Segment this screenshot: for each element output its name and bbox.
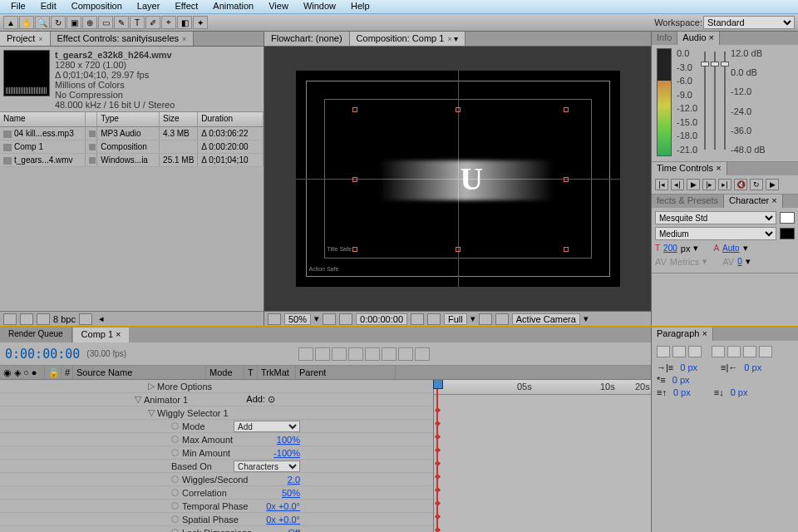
info-tab[interactable]: Info (652, 32, 677, 45)
time-controls-tab[interactable]: Time Controls × (652, 162, 727, 175)
first-frame-icon[interactable]: |◂ (655, 179, 668, 190)
tl-tool-1[interactable] (298, 347, 313, 361)
audio-slider-l[interactable] (704, 52, 706, 150)
close-icon[interactable]: × (182, 35, 186, 43)
comp-icon[interactable] (37, 313, 50, 325)
font-weight-select[interactable]: Medium (655, 227, 776, 240)
loop-icon[interactable]: ↻ (750, 179, 763, 190)
tl-tool-8[interactable] (415, 347, 430, 361)
timeline-property-row[interactable]: Lock DimensionsOff (0, 526, 433, 532)
puppet-tool[interactable]: ✦ (193, 16, 208, 29)
timeline-property-row[interactable]: Min Amount-100% (0, 446, 433, 460)
audio-slider-m[interactable] (724, 52, 726, 150)
justify-left-icon[interactable] (712, 346, 725, 357)
mask-icon[interactable] (339, 313, 352, 325)
channel-icon[interactable] (427, 313, 441, 325)
trash-icon[interactable] (79, 313, 92, 325)
text-layer[interactable]: U (461, 160, 483, 197)
last-frame-icon[interactable]: ▸| (718, 179, 732, 190)
tl-tool-6[interactable] (382, 347, 397, 361)
project-item[interactable]: t_gears...4.wmvWindows...ia25.1 MBΔ 0;01… (0, 154, 264, 167)
font-size-value[interactable]: 200 (663, 244, 677, 253)
indent-right[interactable]: 0 px (744, 362, 761, 372)
kerning-value[interactable]: Metrics (670, 257, 699, 267)
timeline-property-row[interactable]: Based OnCharacters (0, 460, 433, 473)
space-before[interactable]: 0 px (673, 387, 691, 397)
character-tab[interactable]: Character × (724, 195, 783, 208)
timeline-property-row[interactable]: ModeAdd (0, 420, 433, 433)
zoom-tool[interactable]: 🔍 (35, 16, 50, 29)
brush-tool[interactable]: ✐ (145, 16, 160, 29)
align-right-icon[interactable] (688, 346, 702, 357)
justify-center-icon[interactable] (727, 346, 741, 357)
menu-effect[interactable]: Effect (167, 0, 205, 13)
prev-frame-icon[interactable]: ◂| (671, 179, 684, 190)
tl-tool-5[interactable] (365, 347, 380, 361)
camera-tool[interactable]: ▣ (66, 16, 81, 29)
ram-preview-icon[interactable]: ▶ (766, 179, 779, 190)
audio-tab[interactable]: Audio × (677, 32, 720, 45)
timeline-property-row[interactable]: Temporal Phase0x +0.0° (0, 500, 433, 513)
interpret-icon[interactable] (3, 313, 17, 325)
time-ruler[interactable]: 05s 10s 20s (434, 380, 651, 395)
align-center-icon[interactable] (672, 346, 686, 357)
mute-icon[interactable]: 🔇 (734, 179, 747, 190)
font-family-select[interactable]: Mesquite Std (655, 211, 776, 224)
pen-tool[interactable]: ✎ (114, 16, 129, 29)
indent-left[interactable]: 0 px (680, 362, 697, 372)
justify-all-icon[interactable] (759, 346, 772, 357)
timeline-property-row[interactable]: ▽Wiggly Selector 1 (0, 406, 433, 420)
rotate-tool[interactable]: ↻ (51, 16, 66, 29)
clone-tool[interactable]: ⌖ (161, 16, 176, 29)
menu-view[interactable]: View (261, 0, 296, 13)
workspace-select[interactable]: Standard (703, 16, 795, 29)
effect-controls-tab[interactable]: Effect Controls: sanityisuseles× (51, 32, 195, 46)
menu-file[interactable]: File (3, 0, 33, 13)
timeline-property-row[interactable]: Spatial Phase0x +0.0° (0, 513, 433, 526)
snapshot-icon[interactable] (411, 313, 424, 325)
audio-slider-r[interactable] (714, 52, 716, 150)
menu-animation[interactable]: Animation (205, 0, 261, 13)
timeline-property-row[interactable]: Correlation50% (0, 486, 433, 500)
flowchart-tab[interactable]: Flowchart: (none) (264, 32, 350, 46)
tl-tool-3[interactable] (332, 347, 347, 361)
next-frame-icon[interactable]: |▸ (702, 179, 716, 190)
timeline-property-row[interactable]: ▷More Options (0, 380, 433, 393)
play-icon[interactable]: ▶ (687, 179, 700, 190)
shape-tool[interactable]: ▭ (98, 16, 113, 29)
transparency-icon[interactable] (495, 313, 509, 325)
anchor-tool[interactable]: ⊕ (82, 16, 97, 29)
project-item[interactable]: Comp 1CompositionΔ 0:00:20:00 (0, 140, 264, 154)
grid-icon[interactable] (268, 313, 281, 325)
col-label-icon[interactable] (86, 112, 97, 126)
col-size[interactable]: Size (160, 112, 198, 126)
space-after[interactable]: 0 px (731, 387, 748, 397)
tl-tool-2[interactable] (315, 347, 330, 361)
effects-presets-tab[interactable]: fects & Presets (652, 195, 724, 208)
resolution-select[interactable]: Full (444, 313, 467, 325)
indent-first[interactable]: 0 px (672, 375, 690, 385)
leading-value[interactable]: Auto (722, 244, 740, 253)
align-left-icon[interactable] (657, 346, 670, 357)
hand-tool[interactable]: ✋ (19, 16, 34, 29)
fill-swatch[interactable] (780, 212, 795, 224)
source-name-col[interactable]: Source Name (73, 366, 206, 379)
bpc-label[interactable]: 8 bpc (53, 314, 76, 324)
time-display[interactable]: 0:00:00:00 (356, 313, 407, 325)
eraser-tool[interactable]: ◧ (177, 16, 192, 29)
roi-icon[interactable] (479, 313, 492, 325)
menu-layer[interactable]: Layer (130, 0, 168, 13)
timeline-property-row[interactable]: Max Amount100% (0, 433, 433, 446)
timeline-property-row[interactable]: ▽Animator 1Add: ⊙ (0, 393, 433, 406)
safe-icon[interactable] (323, 313, 336, 325)
close-icon[interactable]: × (38, 35, 42, 43)
stroke-swatch[interactable] (780, 228, 795, 239)
zoom-select[interactable]: 50% (284, 313, 311, 325)
timeline-graph[interactable]: 05s 10s 20s (433, 380, 651, 532)
col-type[interactable]: Type (97, 112, 160, 126)
menu-help[interactable]: Help (343, 0, 377, 13)
text-tool[interactable]: T (130, 16, 145, 29)
composition-viewer[interactable]: Title Safe Action Safe U (264, 47, 651, 311)
menu-edit[interactable]: Edit (33, 0, 64, 13)
paragraph-tab[interactable]: Paragraph × (652, 328, 713, 341)
